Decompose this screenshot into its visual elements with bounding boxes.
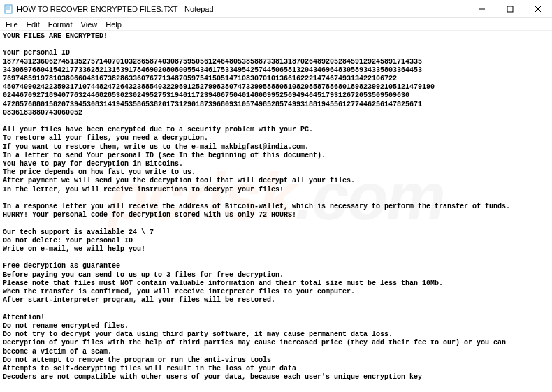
svg-rect-0	[5, 5, 12, 13]
menu-help[interactable]: Help	[101, 20, 126, 29]
menu-view[interactable]: View	[77, 20, 102, 29]
window-controls	[468, 0, 552, 17]
menu-file[interactable]: File	[1, 20, 22, 29]
minimize-button[interactable]	[468, 0, 496, 17]
window-title: HOW TO RECOVER ENCRYPTED FILES.TXT - Not…	[17, 5, 468, 13]
close-button[interactable]	[524, 0, 552, 17]
document-content[interactable]: YOUR FILES ARE ENCRYPTED! Your personal …	[0, 31, 552, 383]
menu-edit[interactable]: Edit	[22, 20, 44, 29]
menubar: File Edit Format View Help	[0, 18, 552, 31]
svg-rect-5	[507, 6, 513, 12]
maximize-button[interactable]	[496, 0, 524, 17]
menu-format[interactable]: Format	[44, 20, 77, 29]
titlebar[interactable]: HOW TO RECOVER ENCRYPTED FILES.TXT - Not…	[0, 0, 552, 18]
notepad-icon	[3, 3, 14, 15]
